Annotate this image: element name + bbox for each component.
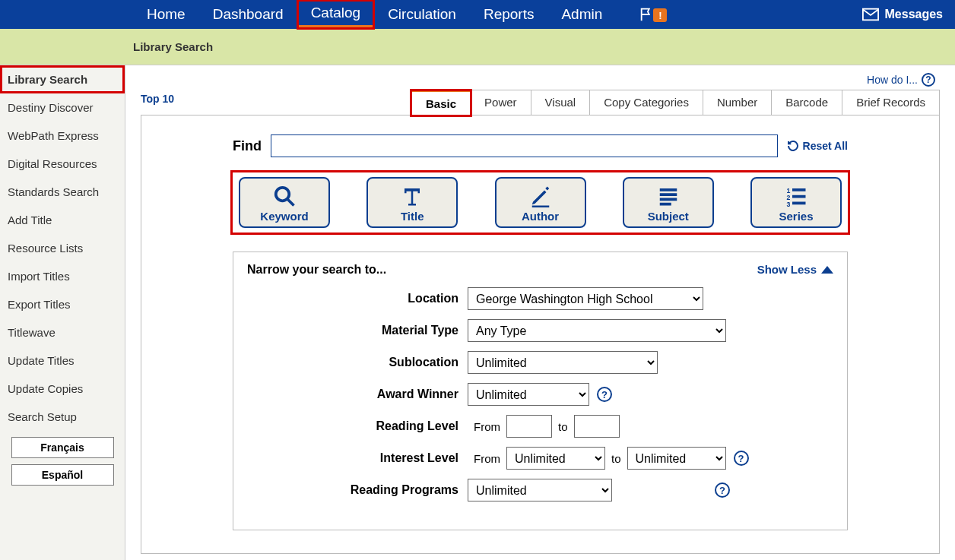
how-do-i-link[interactable]: How do I... ? <box>867 73 935 87</box>
show-less-label: Show Less <box>757 263 817 276</box>
how-do-i-label: How do I... <box>867 74 918 86</box>
search-type-buttons: Keyword Title Author Subject 123 Series <box>233 172 848 233</box>
narrow-heading: Narrow your search to... <box>247 263 833 277</box>
reading-to-input[interactable] <box>574 415 620 438</box>
reading-programs-select[interactable]: Unlimited <box>468 479 612 501</box>
series-button[interactable]: 123 Series <box>750 177 842 228</box>
subject-icon <box>655 185 681 207</box>
collapse-up-icon <box>821 266 833 274</box>
author-label: Author <box>522 210 559 223</box>
award-winner-label: Award Winner <box>247 388 468 401</box>
interest-help-icon[interactable]: ? <box>734 451 749 466</box>
material-type-label: Material Type <box>247 324 468 337</box>
keyword-button[interactable]: Keyword <box>239 177 330 228</box>
messages-label: Messages <box>885 8 944 21</box>
narrow-search-box: Show Less Narrow your search to... Locat… <box>233 252 848 530</box>
author-button[interactable]: Author <box>495 177 586 228</box>
sidebar-item-library-search[interactable]: Library Search <box>0 65 125 93</box>
from-word-2: From <box>474 452 500 465</box>
title-button[interactable]: Title <box>366 177 458 228</box>
lang-espanol-button[interactable]: Español <box>11 464 114 486</box>
search-tabs: Basic Power Visual Copy Categories Numbe… <box>141 90 940 115</box>
to-word-2: to <box>611 452 621 465</box>
reading-from-input[interactable] <box>506 415 552 438</box>
nav-home[interactable]: Home <box>133 0 199 29</box>
subheader-title: Library Search <box>133 40 213 53</box>
reset-all-link[interactable]: Reset All <box>787 140 848 152</box>
mail-icon <box>862 8 879 21</box>
main-content: How do I... ? Top 10 Basic Power Visual … <box>125 65 955 560</box>
tab-brief-records[interactable]: Brief Records <box>842 90 940 115</box>
sidebar-item-standards-search[interactable]: Standards Search <box>0 178 125 206</box>
alerts-flag[interactable]: ! <box>639 6 667 23</box>
svg-rect-5 <box>660 193 677 196</box>
top-navbar: Home Dashboard Catalog Circulation Repor… <box>0 0 955 29</box>
reading-programs-label: Reading Programs <box>247 483 468 497</box>
tab-number[interactable]: Number <box>703 90 772 115</box>
sidebar-item-import-titles[interactable]: Import Titles <box>0 262 125 290</box>
refresh-icon <box>787 140 799 152</box>
page-subheader: Library Search <box>0 29 955 65</box>
nav-catalog[interactable]: Catalog <box>297 0 375 29</box>
sidebar-item-webpath-express[interactable]: WebPath Express <box>0 122 125 150</box>
tab-barcode[interactable]: Barcode <box>771 90 842 115</box>
award-winner-select[interactable]: Unlimited <box>468 383 589 406</box>
svg-rect-6 <box>660 198 677 201</box>
alert-badge: ! <box>653 8 667 22</box>
find-label: Find <box>233 138 262 154</box>
svg-rect-9 <box>792 188 806 191</box>
svg-rect-11 <box>792 195 806 198</box>
sidebar-item-destiny-discover[interactable]: Destiny Discover <box>0 93 125 122</box>
sublocation-label: Sublocation <box>247 356 468 369</box>
nav-reports[interactable]: Reports <box>470 0 548 29</box>
programs-help-icon[interactable]: ? <box>715 482 730 498</box>
svg-text:3: 3 <box>787 201 791 207</box>
left-sidebar: Library Search Destiny Discover WebPath … <box>0 65 125 560</box>
lang-francais-button[interactable]: Français <box>11 437 114 458</box>
sidebar-item-export-titles[interactable]: Export Titles <box>0 290 125 318</box>
to-word-1: to <box>558 420 568 433</box>
sidebar-item-add-title[interactable]: Add Title <box>0 206 125 234</box>
from-word-1: From <box>474 420 500 433</box>
sidebar-item-titlewave[interactable]: Titlewave <box>0 318 125 346</box>
sidebar-item-digital-resources[interactable]: Digital Resources <box>0 150 125 178</box>
sublocation-select[interactable]: Unlimited <box>468 351 658 374</box>
author-icon <box>528 185 554 207</box>
keyword-label: Keyword <box>260 210 308 223</box>
sidebar-item-update-titles[interactable]: Update Titles <box>0 346 125 375</box>
sidebar-item-update-copies[interactable]: Update Copies <box>0 375 125 403</box>
tab-basic[interactable]: Basic <box>411 90 471 115</box>
svg-point-1 <box>276 188 290 201</box>
interest-to-select[interactable]: Unlimited <box>627 447 726 470</box>
search-icon <box>271 185 297 207</box>
tab-power[interactable]: Power <box>470 90 531 115</box>
sidebar-item-search-setup[interactable]: Search Setup <box>0 403 125 431</box>
messages-link[interactable]: Messages <box>862 8 944 21</box>
sidebar-item-resource-lists[interactable]: Resource Lists <box>0 234 125 262</box>
nav-admin[interactable]: Admin <box>547 0 616 29</box>
reading-level-label: Reading Level <box>247 419 468 433</box>
series-icon: 123 <box>783 185 809 207</box>
svg-rect-7 <box>660 203 671 206</box>
series-label: Series <box>779 210 813 223</box>
title-label: Title <box>401 210 424 223</box>
find-input[interactable] <box>271 134 778 157</box>
show-less-toggle[interactable]: Show Less <box>757 263 833 276</box>
nav-dashboard[interactable]: Dashboard <box>199 0 297 29</box>
tab-visual[interactable]: Visual <box>531 90 591 115</box>
svg-rect-4 <box>660 188 677 191</box>
award-help-icon[interactable]: ? <box>597 387 612 402</box>
reset-all-label: Reset All <box>803 140 848 152</box>
svg-rect-3 <box>531 206 549 208</box>
title-icon <box>399 185 425 207</box>
subject-label: Subject <box>648 210 689 223</box>
subject-button[interactable]: Subject <box>623 177 714 228</box>
location-label: Location <box>247 292 468 305</box>
location-select[interactable]: George Washington High School <box>468 287 703 310</box>
nav-circulation[interactable]: Circulation <box>374 0 470 29</box>
material-type-select[interactable]: Any Type <box>468 319 726 342</box>
interest-from-select[interactable]: Unlimited <box>506 447 605 470</box>
svg-line-2 <box>287 199 294 206</box>
search-panel: Find Reset All Keyword Title <box>141 115 940 554</box>
tab-copy-categories[interactable]: Copy Categories <box>589 90 703 115</box>
